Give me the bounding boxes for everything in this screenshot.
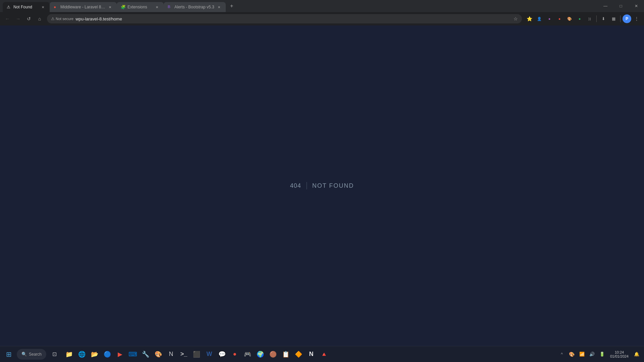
taskbar-item-app8[interactable]: 🎨 [152, 348, 164, 360]
taskbar-item-vlc[interactable]: 🔺 [318, 348, 330, 360]
taskbar-item-app19[interactable]: 🔶 [292, 348, 305, 360]
sidebar-icon[interactable]: ▦ [609, 14, 618, 23]
notion-icon: >_ [180, 351, 187, 358]
downloads-icon[interactable]: ⬇ [599, 14, 608, 23]
taskbar-item-edge[interactable]: 🌐 [76, 348, 88, 360]
taskbar-item-app16[interactable]: 🌍 [254, 348, 266, 360]
battery-icon[interactable]: 🔋 [597, 350, 607, 359]
profile-avatar[interactable]: P [623, 14, 631, 23]
extension-3-icon[interactable]: 🎨 [565, 14, 574, 23]
toolbar-separator-2 [620, 15, 621, 22]
taskbar-clock[interactable]: 10:24 01/01/2024 [607, 347, 631, 362]
app16-icon: 🌍 [257, 351, 264, 358]
start-button[interactable]: ⊞ [3, 348, 15, 360]
taskbar-items: 📁 🌐 📂 🔵 ▶ ⌨ 🔧 🎨 N >_ ⬛ [61, 348, 556, 360]
taskbar-item-files[interactable]: 📂 [89, 348, 101, 360]
minimize-button[interactable]: — [598, 0, 613, 12]
tab-extensions[interactable]: 🧩 Extensions ✕ [117, 2, 164, 12]
new-tab-button[interactable]: + [227, 1, 236, 11]
git-icon: 🔧 [142, 351, 149, 358]
bookmark-star-icon[interactable]: ☆ [514, 16, 518, 21]
error-message: NOT FOUND [312, 182, 354, 189]
vscode-icon: ⌨ [128, 351, 137, 358]
bookmark-icon[interactable]: ⭐ [525, 14, 534, 23]
error-divider [307, 182, 307, 189]
volume-icon[interactable]: 🔊 [587, 350, 597, 359]
tab-favicon-2: ● [54, 5, 58, 9]
not-secure-badge: ⚠ Not secure [51, 16, 73, 21]
tab-close-2[interactable]: ✕ [107, 4, 113, 10]
taskbar-item-vscode[interactable]: ⌨ [127, 348, 139, 360]
edge-icon: 🌐 [78, 351, 86, 358]
taskbar-item-whatsapp[interactable]: 💬 [216, 348, 228, 360]
browser-chrome: ⚠ Not Found ✕ ● Middleware - Laravel 8.x… [0, 0, 644, 25]
taskbar-item-app9[interactable]: N [165, 348, 177, 360]
toolbar-separator [596, 15, 597, 22]
multicolor-icon[interactable]: 🎨 [567, 350, 577, 359]
extension-1-icon[interactable]: ● [545, 14, 554, 23]
taskbar-item-git[interactable]: 🔧 [140, 348, 152, 360]
taskbar-item-notes[interactable]: 📋 [280, 348, 292, 360]
taskbar-item-youtube[interactable]: ▶ [114, 348, 126, 360]
app19-icon: 🔶 [295, 351, 302, 358]
tab-favicon-3: 🧩 [121, 5, 125, 9]
tab-close-4[interactable]: ✕ [216, 4, 222, 10]
files-icon: 📂 [91, 351, 98, 358]
menu-icon[interactable]: ⋮ [632, 14, 641, 23]
browser-content: 404 NOT FOUND [0, 25, 644, 346]
window-controls: — □ ✕ [598, 0, 644, 12]
tab-close-1[interactable]: ✕ [40, 4, 46, 10]
app8-icon: 🎨 [155, 351, 162, 358]
taskbar-item-app17[interactable]: 🟤 [267, 348, 279, 360]
tab-bootstrap[interactable]: B Alerts - Bootstrap v5.3 ✕ [164, 2, 226, 12]
app14-icon: ● [233, 351, 237, 358]
address-url: wpu-laravel-8.test/home [75, 16, 512, 21]
taskbar-item-word[interactable]: W [203, 348, 215, 360]
taskbar-search[interactable]: 🔍 Search [17, 349, 46, 360]
task-view-button[interactable]: ⊡ [48, 348, 60, 360]
back-button[interactable]: ← [3, 14, 12, 23]
taskbar-item-notion2[interactable]: N [305, 348, 317, 360]
notification-icon[interactable]: 🔔 [632, 350, 641, 359]
tab-not-found[interactable]: ⚠ Not Found ✕ [3, 2, 50, 12]
wifi-icon[interactable]: 📶 [577, 350, 587, 359]
taskbar-item-app14[interactable]: ● [229, 348, 241, 360]
address-bar[interactable]: ⚠ Not secure wpu-laravel-8.test/home ☆ [47, 14, 522, 23]
chrome-icon: 🔵 [104, 351, 111, 358]
task-view-icon: ⊡ [52, 351, 57, 357]
taskbar-item-terminal[interactable]: ⬛ [191, 348, 203, 360]
taskbar: ⊞ 🔍 Search ⊡ 📁 🌐 📂 🔵 ▶ ⌨ 🔧 🎨 [0, 346, 644, 362]
app17-icon: 🟤 [269, 351, 277, 358]
notion2-icon: N [309, 351, 314, 358]
close-button[interactable]: ✕ [629, 0, 644, 12]
tab-title-3: Extensions [127, 5, 152, 9]
tab-title-1: Not Found [13, 5, 38, 9]
tab-close-3[interactable]: ✕ [154, 4, 160, 10]
error-container: 404 NOT FOUND [290, 182, 354, 189]
home-button[interactable]: ⌂ [35, 14, 44, 23]
profile-sync-icon[interactable]: 👤 [535, 14, 544, 23]
extension-5-icon[interactable]: ⟩⟩ [585, 14, 594, 23]
taskbar-item-notion[interactable]: >_ [178, 348, 190, 360]
security-label: Not secure [56, 17, 73, 21]
tab-middleware[interactable]: ● Middleware - Laravel 8.x - The... ✕ [50, 2, 117, 12]
clock-date: 01/01/2024 [610, 354, 629, 358]
word-icon: W [207, 351, 212, 358]
extension-2-icon[interactable]: ● [555, 14, 564, 23]
whatsapp-icon: 💬 [218, 351, 226, 358]
taskbar-item-file-explorer[interactable]: 📁 [63, 348, 75, 360]
clock-time: 10:24 [615, 350, 624, 354]
taskbar-item-discord[interactable]: 🎮 [241, 348, 254, 360]
file-explorer-icon: 📁 [65, 351, 73, 358]
taskbar-item-chrome[interactable]: 🔵 [101, 348, 113, 360]
maximize-button[interactable]: □ [613, 0, 629, 12]
taskbar-right: ^ 🎨 📶 🔊 🔋 10:24 01/01/2024 🔔 [557, 347, 641, 362]
toolbar-right: ⭐ 👤 ● ● 🎨 ● ⟩⟩ ⬇ ▦ P ⋮ [525, 14, 641, 23]
forward-button[interactable]: → [13, 14, 23, 23]
reload-button[interactable]: ↺ [24, 14, 34, 23]
warning-icon: ⚠ [51, 16, 55, 21]
extension-4-icon[interactable]: ● [575, 14, 584, 23]
tab-favicon-1: ⚠ [7, 5, 11, 9]
chevron-up-icon[interactable]: ^ [557, 350, 567, 359]
discord-icon: 🎮 [244, 351, 251, 358]
